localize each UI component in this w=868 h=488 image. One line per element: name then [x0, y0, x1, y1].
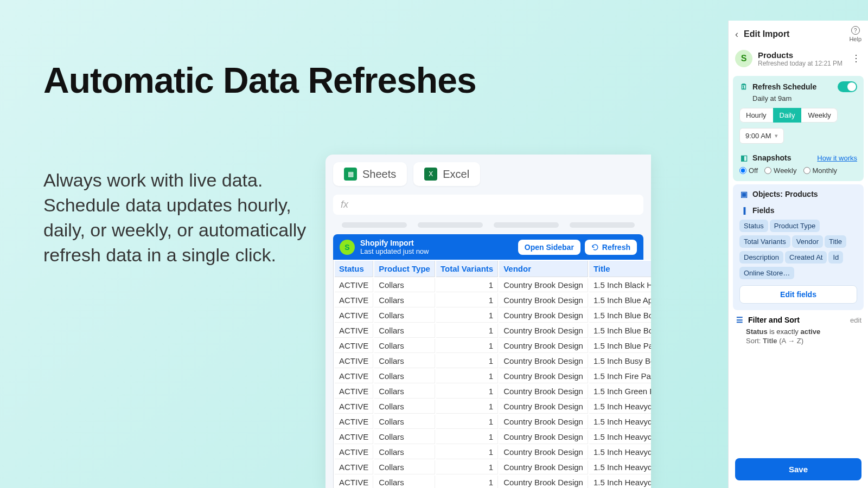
cell: Country Brook Design — [499, 354, 588, 368]
table-row[interactable]: ACTIVECollars1Country Brook Design1.5 In… — [335, 400, 651, 414]
field-chip[interactable]: Created At — [785, 251, 827, 264]
cell: 1.5 Inch Green Pais — [589, 384, 651, 399]
cell: Collars — [374, 384, 435, 399]
freq-daily[interactable]: Daily — [773, 108, 802, 123]
refresh-schedule-label: Refresh Schedule — [752, 82, 816, 91]
table-row[interactable]: ACTIVECollars1Country Brook Design1.5 In… — [335, 324, 651, 338]
time-value: 9:00 AM — [745, 132, 771, 140]
cell: Country Brook Design — [499, 293, 588, 307]
tab-excel[interactable]: X Excel — [413, 162, 480, 186]
cell: ACTIVE — [335, 324, 373, 338]
table-row[interactable]: ACTIVECollars1Country Brook Design1.5 In… — [335, 369, 651, 383]
cell: ACTIVE — [335, 354, 373, 368]
import-bar: S Shopify Import Last updated just now O… — [333, 234, 643, 260]
cell: Collars — [374, 445, 435, 459]
frequency-segmented[interactable]: Hourly Daily Weekly — [739, 108, 838, 123]
cell: 1.5 Inch Heavyduty — [589, 460, 651, 474]
cell: Country Brook Design — [499, 369, 588, 383]
cell: 1 — [436, 476, 498, 488]
cell: ACTIVE — [335, 415, 373, 429]
formula-bar[interactable]: fx — [333, 195, 643, 215]
snap-off[interactable]: Off — [739, 166, 758, 175]
cell: Country Brook Design — [499, 415, 588, 429]
col-title[interactable]: Title — [589, 261, 651, 277]
cell: ACTIVE — [335, 369, 373, 383]
cell: ACTIVE — [335, 430, 373, 444]
cell: Collars — [374, 460, 435, 474]
cell: Country Brook Design — [499, 430, 588, 444]
schedule-summary: Daily at 9am — [752, 94, 857, 102]
box-icon: ▣ — [739, 190, 748, 198]
table-row[interactable]: ACTIVECollars1Country Brook Design1.5 In… — [335, 354, 651, 368]
filter-sort-label: Filter and Sort — [748, 316, 800, 324]
refresh-icon — [591, 243, 599, 251]
excel-icon: X — [424, 168, 437, 181]
time-select[interactable]: 9:00 AM ▾ — [739, 128, 784, 144]
cell: Collars — [374, 309, 435, 323]
freq-hourly[interactable]: Hourly — [739, 108, 773, 123]
snap-weekly[interactable]: Weekly — [764, 166, 796, 175]
table-row[interactable]: ACTIVECollars1Country Brook Design1.5 In… — [335, 460, 651, 474]
tab-sheets[interactable]: ▦ Sheets — [333, 162, 407, 186]
refresh-button[interactable]: Refresh — [585, 240, 637, 255]
snapshot-icon: ◧ — [739, 153, 748, 162]
cell: Country Brook Design — [499, 460, 588, 474]
refresh-label: Refresh — [602, 243, 630, 252]
table-row[interactable]: ACTIVECollars1Country Brook Design1.5 In… — [335, 445, 651, 459]
import-title: Shopify Import — [360, 239, 429, 247]
col-status[interactable]: Status — [335, 261, 373, 277]
field-chip[interactable]: Vendor — [792, 235, 823, 248]
cell: 1.5 Inch Blue April B — [589, 293, 651, 307]
cell: 1.5 Inch Heavyduty — [589, 415, 651, 429]
more-icon[interactable]: ⋯ — [851, 54, 863, 63]
filter-sort-panel: ☰ Filter and Sort edit Status is exactly… — [735, 316, 861, 345]
table-row[interactable]: ACTIVECollars1Country Brook Design1.5 In… — [335, 339, 651, 353]
field-chip[interactable]: Total Variants — [739, 235, 790, 248]
how-it-works-link[interactable]: How it works — [817, 154, 857, 162]
table-row[interactable]: ACTIVECollars1Country Brook Design1.5 In… — [335, 384, 651, 399]
cell: 1 — [436, 460, 498, 474]
help-button[interactable]: ? Help — [849, 26, 861, 42]
snapshots-label: Snapshots — [752, 153, 792, 162]
cell: 1 — [436, 324, 498, 338]
field-chip[interactable]: Title — [825, 235, 846, 248]
table-row[interactable]: ACTIVECollars1Country Brook Design1.5 In… — [335, 415, 651, 429]
edit-fields-button[interactable]: Edit fields — [739, 285, 857, 304]
schedule-toggle[interactable] — [838, 81, 857, 92]
cell: 1.5 Inch Heavyduty — [589, 430, 651, 444]
help-icon: ? — [851, 26, 860, 35]
tab-excel-label: Excel — [443, 168, 469, 181]
snap-monthly[interactable]: Monthly — [803, 166, 838, 175]
table-row[interactable]: ACTIVECollars1Country Brook Design1.5 In… — [335, 278, 651, 292]
shopify-icon: S — [340, 240, 355, 255]
field-chip[interactable]: Description — [739, 251, 783, 264]
fields-label: Fields — [752, 206, 774, 215]
spreadsheet-mock: ▦ Sheets X Excel fx S Shopify Import Las… — [326, 155, 651, 488]
field-chip[interactable]: Status — [739, 220, 768, 232]
field-chip[interactable]: Id — [828, 251, 843, 264]
open-sidebar-button[interactable]: Open Sidebar — [518, 240, 580, 255]
table-row[interactable]: ACTIVECollars1Country Brook Design1.5 In… — [335, 476, 651, 488]
field-chip[interactable]: Online Store… — [739, 267, 794, 279]
cell: 1.5 Inch Black Haw — [589, 278, 651, 292]
save-button[interactable]: Save — [735, 458, 861, 480]
field-chip[interactable]: Product Type — [770, 220, 820, 232]
cell: Collars — [374, 339, 435, 353]
table-row[interactable]: ACTIVECollars1Country Brook Design1.5 In… — [335, 309, 651, 323]
cell: Collars — [374, 278, 435, 292]
cell: Country Brook Design — [499, 278, 588, 292]
freq-weekly[interactable]: Weekly — [801, 108, 837, 123]
col-vendor[interactable]: Vendor — [499, 261, 588, 277]
cell: Country Brook Design — [499, 400, 588, 414]
col-total-variants[interactable]: Total Variants — [436, 261, 498, 277]
back-icon[interactable]: ‹ — [735, 29, 738, 40]
objects-label: Objects: Products — [752, 190, 818, 198]
edit-filter-link[interactable]: edit — [850, 316, 861, 324]
col-product-type[interactable]: Product Type — [374, 261, 435, 277]
cell: ACTIVE — [335, 309, 373, 323]
calendar-check-icon: 🗓 — [739, 82, 748, 91]
table-row[interactable]: ACTIVECollars1Country Brook Design1.5 In… — [335, 293, 651, 307]
table-row[interactable]: ACTIVECollars1Country Brook Design1.5 In… — [335, 430, 651, 444]
cell: Collars — [374, 415, 435, 429]
source-subtitle: Refreshed today at 12:21 PM — [758, 60, 843, 67]
